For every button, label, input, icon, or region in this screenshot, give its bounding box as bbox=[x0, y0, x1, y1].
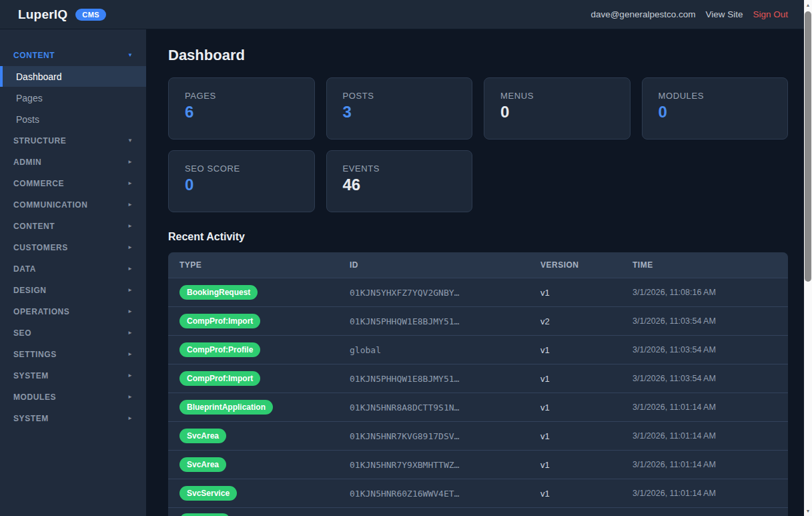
row-id: 01KJN5PHHQW1E8BJMY51… bbox=[350, 374, 540, 384]
stats-grid: PAGES6POSTS3MENUS0MODULES0SEO SCORE0EVEN… bbox=[168, 77, 788, 212]
chevron-right-icon: ► bbox=[127, 160, 133, 165]
user-email: dave@generalpestco.com bbox=[590, 9, 695, 19]
stat-card-value: 0 bbox=[659, 103, 772, 121]
chevron-right-icon: ► bbox=[127, 245, 133, 250]
stat-card-label: MODULES bbox=[659, 91, 772, 101]
table-row[interactable]: CompProf:Profileglobalv13/1/2026, 11:03:… bbox=[168, 335, 788, 364]
app-logo: LuperIQ bbox=[18, 7, 67, 22]
brand: LuperIQ CMS bbox=[18, 7, 106, 22]
type-cell: BlueprintApplication bbox=[179, 400, 350, 415]
scrollbar[interactable]: ▲ ▼ bbox=[804, 0, 812, 516]
chevron-right-icon: ► bbox=[127, 202, 133, 208]
row-id: global bbox=[350, 345, 540, 355]
stat-card-value: 0 bbox=[500, 103, 614, 121]
sidebar-section-structure[interactable]: STRUCTURE▼ bbox=[0, 131, 146, 151]
sidebar-section-system[interactable]: SYSTEM► bbox=[0, 409, 146, 429]
sidebar-section-modules[interactable]: MODULES► bbox=[0, 387, 146, 407]
main-content: Dashboard PAGES6POSTS3MENUS0MODULES0SEO … bbox=[146, 29, 812, 516]
stat-card-value: 3 bbox=[343, 103, 456, 121]
sidebar-section-label: COMMERCE bbox=[13, 179, 64, 188]
sidebar-section-commerce[interactable]: COMMERCE► bbox=[0, 174, 146, 194]
table-row[interactable]: SvcArea01KJN5HNR7KVG8917DSV…v13/1/2026, … bbox=[168, 421, 788, 450]
sidebar-section-label: MODULES bbox=[13, 393, 56, 402]
row-time: 3/1/2026, 11:01:14 AM bbox=[633, 403, 777, 412]
scrollbar-thumb[interactable] bbox=[805, 11, 811, 282]
table-body: BookingRequest01KJN5YHXFZ7YQV2GNBY…v13/1… bbox=[168, 278, 788, 516]
sidebar-item-dashboard[interactable]: Dashboard bbox=[0, 66, 146, 87]
sidebar-section-data[interactable]: DATA► bbox=[0, 259, 146, 279]
sidebar-item-pages[interactable]: Pages bbox=[0, 87, 146, 108]
table-row[interactable]: BlueprintApplication01KJN5HNR8A8DCTT9S1N… bbox=[168, 393, 788, 421]
chevron-right-icon: ► bbox=[127, 224, 133, 229]
table-row[interactable]: CompProf:Import01KJN5PHHQW1E8BJMY51…v13/… bbox=[168, 364, 788, 393]
sidebar-section-design[interactable]: DESIGN► bbox=[0, 280, 146, 300]
row-version: v1 bbox=[540, 374, 633, 384]
stat-card-events: EVENTS46 bbox=[326, 150, 473, 212]
sidebar-section-seo[interactable]: SEO► bbox=[0, 323, 146, 343]
sidebar-section-label: CONTENT bbox=[13, 222, 55, 231]
sidebar-section-communication[interactable]: COMMUNICATION► bbox=[0, 195, 146, 215]
sidebar-nav: CONTENT▼DashboardPagesPostsSTRUCTURE▼ADM… bbox=[0, 29, 146, 516]
table-row[interactable]: SvcService01KJN5HNR60Z16WWV4ET…v13/1/202… bbox=[168, 479, 788, 507]
sidebar-section-label: SYSTEM bbox=[13, 371, 49, 380]
sidebar-item-label: Dashboard bbox=[16, 71, 62, 82]
chevron-right-icon: ► bbox=[127, 330, 133, 336]
stat-card-value: 46 bbox=[343, 176, 456, 194]
stat-card-pages: PAGES6 bbox=[168, 77, 315, 140]
chevron-right-icon: ► bbox=[127, 395, 133, 400]
sidebar-section-label: STRUCTURE bbox=[13, 136, 66, 146]
type-cell: CompProf:Import bbox=[179, 314, 350, 328]
scrollbar-down-arrow-icon[interactable]: ▼ bbox=[804, 506, 812, 516]
sidebar-section-content[interactable]: CONTENT▼ bbox=[0, 45, 146, 65]
type-cell: CompProf:Profile bbox=[179, 342, 350, 357]
sidebar-section-settings[interactable]: SETTINGS► bbox=[0, 344, 146, 364]
sidebar-section-label: OPERATIONS bbox=[13, 307, 69, 316]
sidebar-section-label: CUSTOMERS bbox=[13, 243, 68, 252]
sidebar-section-content[interactable]: CONTENT► bbox=[0, 216, 146, 236]
row-id: 01KJN5HNR7KVG8917DSV… bbox=[350, 431, 540, 441]
sidebar-item-posts[interactable]: Posts bbox=[0, 109, 146, 130]
sidebar-section-label: ADMIN bbox=[13, 158, 41, 167]
page-title: Dashboard bbox=[168, 47, 788, 64]
type-cell: SvcArea bbox=[179, 457, 350, 472]
recent-activity-table: TYPEIDVERSIONTIME BookingRequest01KJN5YH… bbox=[168, 252, 788, 516]
topbar-right: dave@generalpestco.com View Site Sign Ou… bbox=[590, 9, 788, 19]
sidebar-section-operations[interactable]: OPERATIONS► bbox=[0, 302, 146, 322]
chevron-right-icon: ► bbox=[127, 373, 133, 378]
stat-card-value: 6 bbox=[185, 103, 298, 121]
type-cell: CompProf:Import bbox=[179, 371, 350, 386]
type-badge: CompProf:Profile bbox=[179, 342, 260, 357]
chevron-down-icon: ▼ bbox=[127, 53, 133, 58]
type-badge: BookingRequest bbox=[179, 285, 258, 300]
column-header-id: ID bbox=[350, 260, 540, 270]
stat-card-label: SEO SCORE bbox=[185, 164, 298, 174]
view-site-link[interactable]: View Site bbox=[705, 9, 743, 19]
stat-card-label: EVENTS bbox=[343, 164, 456, 174]
table-row[interactable]: SvcArea01KJN5HNR7Y9XBMHTTWZ…v13/1/2026, … bbox=[168, 450, 788, 479]
type-cell: SvcArea bbox=[179, 429, 350, 443]
sidebar-section-system[interactable]: SYSTEM► bbox=[0, 366, 146, 386]
table-header: TYPEIDVERSIONTIME bbox=[168, 252, 788, 278]
sidebar-section-label: SEO bbox=[13, 328, 31, 338]
sidebar-section-customers[interactable]: CUSTOMERS► bbox=[0, 238, 146, 258]
sidebar-section-admin[interactable]: ADMIN► bbox=[0, 152, 146, 172]
row-time: 3/1/2026, 11:03:54 AM bbox=[633, 374, 777, 383]
type-badge bbox=[179, 513, 230, 516]
sign-out-link[interactable]: Sign Out bbox=[753, 9, 788, 19]
row-version: v2 bbox=[540, 316, 633, 326]
type-badge: CompProf:Import bbox=[179, 314, 260, 328]
chevron-right-icon: ► bbox=[127, 266, 133, 272]
row-time: 3/1/2026, 11:03:54 AM bbox=[633, 316, 777, 326]
stat-card-modules: MODULES0 bbox=[642, 77, 789, 140]
chevron-right-icon: ► bbox=[127, 288, 133, 293]
table-row[interactable]: BookingRequest01KJN5YHXFZ7YQV2GNBY…v13/1… bbox=[168, 278, 788, 306]
sidebar-section-label: SYSTEM bbox=[13, 414, 49, 423]
sidebar-section-label: SETTINGS bbox=[13, 350, 57, 359]
table-row[interactable]: CompProf:Import01KJN5PHHQW1E8BJMY51…v23/… bbox=[168, 306, 788, 335]
type-cell: BookingRequest bbox=[179, 285, 350, 300]
scrollbar-up-arrow-icon[interactable]: ▲ bbox=[804, 0, 812, 10]
column-header-time: TIME bbox=[633, 260, 777, 270]
type-cell bbox=[179, 513, 350, 516]
table-row-partial[interactable] bbox=[168, 507, 788, 516]
stat-card-value: 0 bbox=[185, 176, 298, 194]
